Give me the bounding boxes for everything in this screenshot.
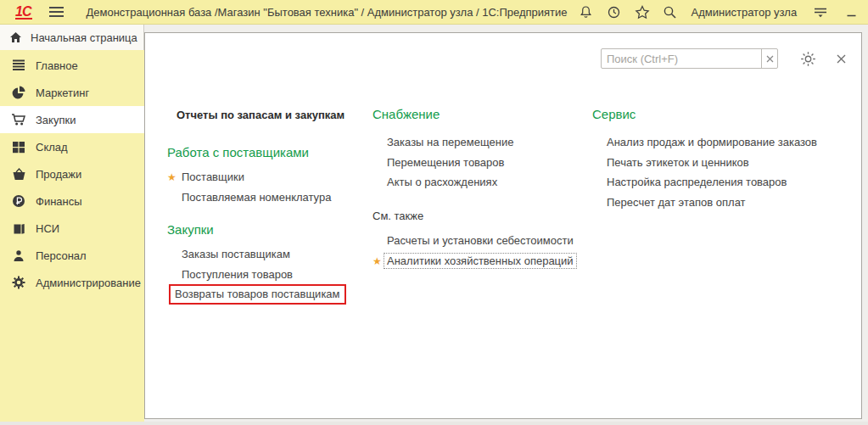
- menu-item-suppliers[interactable]: ★Поставщики: [167, 167, 331, 187]
- menu-item-goods-receipts[interactable]: Поступления товаров: [167, 265, 346, 285]
- section-title: Снабжение: [372, 106, 513, 122]
- books-icon: [11, 222, 26, 235]
- main-area: Отчеты по запасам и закупкам Работа с по…: [144, 25, 868, 422]
- menu-item-returns-to-suppliers[interactable]: Возвраты товаров поставщикам: [167, 284, 346, 305]
- basket-icon: [11, 168, 26, 181]
- function-menu-panel: Отчеты по запасам и закупкам Работа с по…: [144, 32, 862, 419]
- sidebar-item-personnel[interactable]: Персонал: [0, 242, 144, 269]
- section-title: Сервис: [592, 106, 817, 122]
- hamburger-menu-icon[interactable]: [49, 7, 64, 17]
- sidebar-item-home[interactable]: Начальная страница: [0, 25, 144, 50]
- grid-icon: [11, 141, 26, 154]
- menu-item-business-operation-analytics[interactable]: ★Аналитики хозяйственных операций: [372, 251, 577, 271]
- notifications-bell-icon[interactable]: [577, 3, 596, 21]
- menu-item-discrepancy-acts[interactable]: Акты о расхождениях: [372, 172, 513, 193]
- sidebar-item-finance[interactable]: Финансы: [0, 187, 144, 215]
- home-icon: [9, 31, 22, 43]
- favorite-star-icon: ★: [167, 168, 182, 188]
- sidebar-item-marketing[interactable]: Маркетинг: [0, 79, 144, 106]
- menu-item-orders-to-suppliers[interactable]: Заказы поставщикам: [167, 244, 346, 265]
- current-user[interactable]: Администратор узла: [692, 6, 798, 19]
- sidebar-item-warehouse[interactable]: Склад: [0, 133, 144, 160]
- 1c-logo: 1С: [15, 5, 32, 20]
- section-see-also: См. также Расчеты и установки себестоимо…: [372, 210, 577, 271]
- keyboard-focus-box: Аналитики хозяйственных операций: [384, 253, 577, 269]
- panel-controls: [601, 48, 846, 69]
- section-purchases: Закупки Заказы поставщикам Поступления т…: [167, 221, 346, 305]
- menu-lines-icon: [11, 59, 26, 71]
- menu-item-transfer-orders[interactable]: Заказы на перемещение: [372, 132, 513, 153]
- reports-link[interactable]: Отчеты по запасам и закупкам: [176, 109, 344, 121]
- gear-icon: [11, 276, 26, 289]
- section-service: Сервис Анализ продаж и формирование зака…: [592, 106, 817, 212]
- menu-item-distribution-settings[interactable]: Настройка распределения товаров: [592, 172, 817, 193]
- window-title: Демонстрационная база /Магазин "Бытовая …: [86, 6, 567, 19]
- menu-item-payment-dates-recalc[interactable]: Пересчет дат этапов оплат: [592, 193, 817, 213]
- search-box: [601, 48, 778, 69]
- service-menu-icon[interactable]: [811, 3, 830, 21]
- sidebar-item-sales[interactable]: Продажи: [0, 160, 144, 187]
- menu-item-supplied-nomenclature[interactable]: Поставляемая номенклатура: [167, 187, 331, 208]
- sidebar-item-nsi[interactable]: НСИ: [0, 215, 144, 242]
- menu-item-sales-analysis[interactable]: Анализ продаж и формирование заказов: [592, 132, 817, 153]
- titlebar-actions: Администратор узла: [568, 3, 868, 21]
- search-input[interactable]: [602, 49, 761, 68]
- title-bar: 1С Демонстрационная база /Магазин "Бытов…: [0, 0, 868, 25]
- pie-chart-icon: [11, 86, 26, 99]
- sidebar-item-administration[interactable]: Администрирование: [0, 269, 144, 296]
- minimize-button[interactable]: [842, 3, 860, 21]
- person-icon: [11, 249, 26, 262]
- sidebar-item-purchases[interactable]: Закупки: [0, 106, 144, 133]
- cart-icon: [11, 113, 26, 126]
- menu-item-label-printing[interactable]: Печать этикеток и ценников: [592, 153, 817, 173]
- menu-item-cost-calculations[interactable]: Расчеты и установки себестоимости: [372, 231, 577, 251]
- panel-close-icon[interactable]: [837, 54, 846, 64]
- see-also-label: См. также: [372, 210, 577, 223]
- sidebar: Главное Маркетинг Закупки Склад Продажи …: [0, 50, 144, 422]
- section-suppliers: Работа с поставщиками ★Поставщики Постав…: [167, 144, 331, 207]
- highlight-red-box: Возвраты товаров поставщикам: [169, 284, 346, 305]
- history-icon[interactable]: [605, 3, 624, 21]
- section-supply: Снабжение Заказы на перемещение Перемеще…: [372, 106, 513, 193]
- panel-settings-gear-icon[interactable]: [800, 51, 816, 67]
- favorites-star-icon[interactable]: [633, 3, 652, 21]
- search-clear-icon[interactable]: [761, 49, 777, 68]
- section-title: Работа с поставщиками: [167, 144, 331, 160]
- menu-item-goods-transfers[interactable]: Перемещения товаров: [372, 153, 513, 173]
- sidebar-item-main[interactable]: Главное: [0, 52, 144, 79]
- global-search-icon[interactable]: [661, 3, 680, 21]
- section-title: Закупки: [167, 221, 346, 238]
- ruble-icon: [11, 194, 26, 208]
